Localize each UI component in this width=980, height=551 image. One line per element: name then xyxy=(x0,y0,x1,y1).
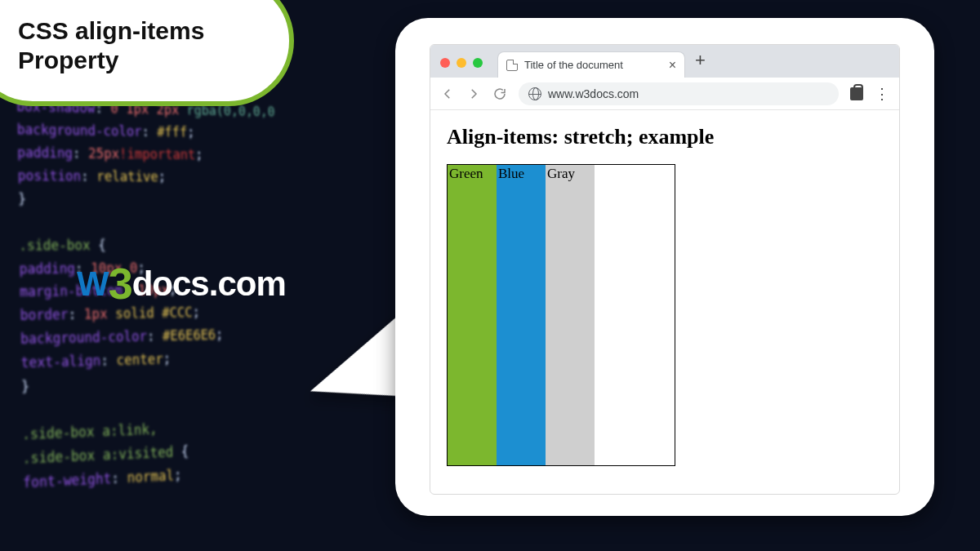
flex-item-gray: Gray xyxy=(546,165,595,465)
tab-title: Title of the document xyxy=(524,59,623,71)
flex-item-green: Green xyxy=(448,165,497,465)
page-title: CSS align-items Property xyxy=(18,16,256,75)
new-tab-button[interactable]: + xyxy=(685,50,715,78)
account-icon[interactable] xyxy=(850,87,863,100)
menu-icon[interactable]: ⋮ xyxy=(875,87,889,101)
url-text: www.w3docs.com xyxy=(548,87,639,100)
file-icon xyxy=(506,60,518,71)
forward-icon[interactable] xyxy=(466,87,481,101)
browser-card: Title of the document × + www.w3docs.com… xyxy=(395,18,934,516)
url-input[interactable]: www.w3docs.com xyxy=(519,82,839,105)
maximize-window-icon[interactable] xyxy=(473,58,483,68)
reload-icon[interactable] xyxy=(492,87,507,101)
title-bubble: CSS align-items Property xyxy=(0,0,294,106)
title-line-2: Property xyxy=(18,47,118,73)
logo-w: W xyxy=(77,264,109,303)
close-tab-icon[interactable]: × xyxy=(669,59,676,72)
flex-item-blue: Blue xyxy=(497,165,546,465)
close-window-icon[interactable] xyxy=(440,58,450,68)
mock-browser: Title of the document × + www.w3docs.com… xyxy=(430,44,900,495)
card-speech-tail xyxy=(310,307,408,436)
browser-tabstrip: Title of the document × + xyxy=(430,45,899,78)
logo-3: 3 xyxy=(109,259,132,308)
w3docs-logo: W3docs.com xyxy=(77,258,286,309)
back-icon[interactable] xyxy=(440,87,455,101)
toolbar-right: ⋮ xyxy=(850,87,889,101)
flex-demo-container: Green Blue Gray xyxy=(447,164,675,466)
minimize-window-icon[interactable] xyxy=(457,58,466,68)
page-heading: Align-items: stretch; example xyxy=(447,125,883,149)
rendered-page: Align-items: stretch; example Green Blue… xyxy=(430,110,899,494)
logo-rest: docs.com xyxy=(132,264,286,303)
title-line-1: CSS align-items xyxy=(18,17,204,44)
browser-address-bar: www.w3docs.com ⋮ xyxy=(430,78,899,110)
globe-icon xyxy=(528,87,541,100)
browser-tab[interactable]: Title of the document × xyxy=(497,51,685,78)
window-controls xyxy=(440,58,497,78)
